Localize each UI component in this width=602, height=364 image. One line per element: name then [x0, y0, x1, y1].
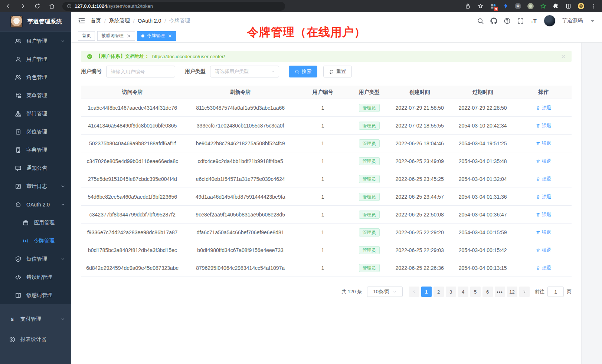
sidebar-item-post[interactable]: 岗位管理	[0, 123, 71, 141]
page-button-1[interactable]: 1	[421, 287, 432, 297]
sidebar-item-label: 菜单管理	[26, 92, 65, 99]
emoji-extension-icon[interactable]: 😀	[578, 3, 584, 9]
share-icon[interactable]	[465, 3, 471, 9]
sidebar-item-pay[interactable]: ¥支付管理	[0, 309, 71, 329]
action-cell: 强退	[516, 247, 572, 254]
table-row: 502375b8040a469a9b82188afdf6af1fbe90422b…	[81, 135, 572, 152]
tab-home[interactable]: 首页	[78, 31, 95, 41]
force-logout-button[interactable]: 强退	[536, 211, 552, 218]
page-button-2[interactable]: 2	[433, 287, 444, 297]
more-pages-button[interactable]: •••	[495, 287, 505, 297]
table-row: c347026e805e4d99b0d116eae66eda8ccdfc4ce9…	[81, 152, 572, 170]
drop-extension-icon[interactable]	[503, 3, 508, 9]
breadcrumb: 首页/系统管理/OAuth 2.0/令牌管理	[91, 17, 190, 24]
page-size-select[interactable]: 10条/页	[367, 287, 403, 297]
force-logout-button[interactable]: 强退	[536, 265, 552, 271]
browser-back-icon[interactable]	[5, 3, 12, 9]
sidebar-item-label: 角色管理	[26, 74, 65, 81]
chevron-left-icon	[412, 289, 416, 294]
sidebar-item-sms[interactable]: 短信管理	[0, 250, 71, 268]
circle-extension-icon[interactable]	[527, 3, 534, 9]
breadcrumb-separator: /	[104, 18, 106, 24]
prev-page-button[interactable]	[409, 287, 419, 297]
bookmark-star-icon[interactable]	[477, 3, 484, 9]
sidebar-item-oauth2-token[interactable]: A令牌管理	[0, 232, 71, 250]
sidebar-item-report-designer[interactable]: 报表设计器	[0, 329, 71, 350]
expire-time-cell: 2054-03-04 01:35:48	[450, 158, 516, 164]
user-avatar[interactable]	[544, 15, 556, 27]
search-button[interactable]: 搜索	[289, 66, 317, 77]
refresh-token-cell: 333ecfc71e02480cb11055c875c3ca0f	[184, 123, 297, 129]
sidebar-item-audit-log[interactable]: 审计日志	[0, 177, 71, 195]
breadcrumb-item[interactable]: 首页	[91, 17, 101, 24]
sidebar-item-oauth2-app[interactable]: 应用管理	[0, 214, 71, 232]
page-button-4[interactable]: 4	[458, 287, 468, 297]
sidebar-item-dict[interactable]: 字典管理	[0, 141, 71, 159]
browser-reload-icon[interactable]	[34, 3, 40, 9]
fullscreen-icon[interactable]	[517, 17, 524, 24]
github-icon[interactable]	[490, 17, 497, 24]
help-icon[interactable]	[504, 17, 511, 24]
access-token-cell: 54d6be82ee5a460a9aedc1f9bf223656	[81, 194, 184, 200]
font-size-icon[interactable]: TT	[530, 17, 537, 24]
address-bar[interactable]: 127.0.0.1:1024/system/oauth2/token	[62, 2, 285, 11]
breadcrumb-item[interactable]: 系统管理	[109, 17, 130, 24]
force-logout-button[interactable]: 强退	[536, 229, 552, 236]
force-logout-button[interactable]: 强退	[536, 122, 552, 129]
app-logo	[10, 16, 23, 28]
browser-home-icon[interactable]	[49, 3, 55, 9]
search-icon[interactable]	[477, 17, 484, 24]
force-logout-button[interactable]: 强退	[536, 140, 552, 147]
force-logout-button[interactable]: 强退	[536, 158, 552, 165]
expire-time-cell: 2054-03-10 20:42:34	[450, 123, 516, 129]
page-button-6[interactable]: 6	[482, 287, 493, 297]
sidebar-item-oauth2[interactable]: OAuth 2.0	[0, 195, 71, 214]
alert-close-icon[interactable]	[561, 54, 566, 59]
tab-token[interactable]: 令牌管理	[137, 31, 176, 41]
tab-close-icon[interactable]	[127, 34, 131, 38]
next-page-button[interactable]	[519, 287, 530, 297]
sidebar-item-menu[interactable]: 菜单管理	[0, 86, 71, 105]
breadcrumb-separator: /	[133, 18, 135, 24]
force-logout-button[interactable]: 强退	[536, 193, 552, 200]
browser-menu-icon[interactable]	[590, 3, 597, 9]
page-button-5[interactable]: 5	[470, 287, 481, 297]
sidebar-item-role[interactable]: 角色管理	[0, 68, 71, 86]
reset-button[interactable]: 重置	[323, 66, 352, 77]
star-extension-icon[interactable]	[540, 3, 546, 9]
breadcrumb-item[interactable]: OAuth 2.0	[138, 18, 161, 24]
user-menu-caret-icon[interactable]	[589, 17, 596, 24]
user-id-cell: 1	[297, 176, 349, 182]
code-icon	[15, 274, 22, 281]
puzzle-extension-icon[interactable]	[553, 3, 559, 9]
tab-close-icon[interactable]	[168, 34, 172, 38]
sidebar-collapse-icon[interactable]	[78, 17, 85, 24]
sidebar-item-user[interactable]: 用户管理	[0, 50, 71, 68]
table-row: 6d842e2924594de9a09e45e087323abe8796295f…	[81, 259, 572, 277]
sidebar-item-notice[interactable]: 通知公告	[0, 159, 71, 177]
sidebar-item-error-code[interactable]: 错误码管理	[0, 268, 71, 286]
site-info-icon[interactable]	[67, 4, 72, 9]
sidebar-item-dept[interactable]: 部门管理	[0, 105, 71, 123]
user-id-input[interactable]	[106, 66, 175, 77]
force-logout-button[interactable]: 强退	[536, 105, 552, 111]
tab-extension-icon[interactable]	[565, 3, 572, 9]
force-logout-button[interactable]: 强退	[536, 247, 552, 254]
goto-page-input[interactable]	[547, 287, 564, 297]
user-type-select[interactable]: 请选择用户类型	[210, 66, 279, 77]
tab-label: 令牌管理	[147, 33, 165, 39]
force-logout-button[interactable]: 强退	[536, 176, 552, 182]
alert-doc-link[interactable]: https://doc.iocoder.cn/user-center/	[152, 54, 225, 59]
column-header: 用户类型	[349, 89, 390, 96]
page-button-3[interactable]: 3	[446, 287, 456, 297]
svg-text:T: T	[531, 20, 533, 24]
extension-grid-icon[interactable]: 9	[490, 3, 497, 10]
sidebar-item-sensitive-word[interactable]: 敏感词管理	[0, 286, 71, 304]
command-extension-icon[interactable]: ⌘	[515, 3, 521, 9]
page-button-12[interactable]: 12	[507, 287, 517, 297]
right-gutter	[581, 43, 602, 364]
sidebar-item-tenant[interactable]: 租户管理	[0, 32, 71, 50]
tab-sensitive-word[interactable]: 敏感词管理	[97, 31, 135, 41]
app-logo-bar[interactable]: 芋道管理系统	[0, 12, 71, 31]
browser-forward-icon[interactable]	[20, 3, 26, 9]
